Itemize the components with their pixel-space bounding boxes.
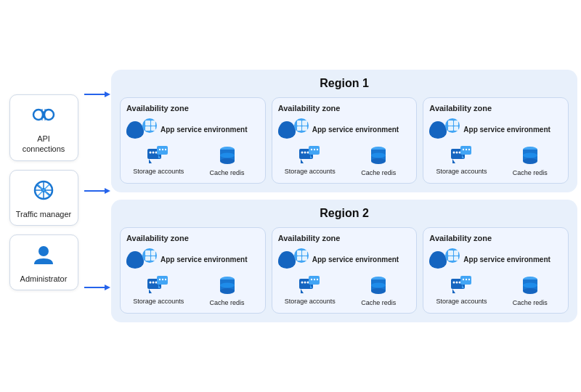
ase-label-2-1: App service environment: [161, 256, 247, 264]
sidebar-item-api-connections: API connections: [9, 94, 78, 161]
svg-point-28: [301, 152, 303, 154]
ase-label-1-3: App service environment: [463, 126, 550, 134]
zone-2-1-top: App service environment: [126, 248, 259, 271]
zone-2-3-title: Availability zone: [429, 234, 562, 242]
svg-point-53: [523, 158, 537, 164]
svg-point-33: [311, 149, 312, 150]
svg-point-68: [220, 283, 235, 288]
api-connections-label: API connections: [16, 134, 72, 155]
zone-1-1-top: App service environment: [126, 118, 259, 142]
svg-point-70: [301, 282, 303, 284]
zone-2-1-title: Availability zone: [126, 234, 259, 242]
zone-1-1: Availability zone App service envi: [120, 97, 266, 184]
svg-point-35: [317, 149, 318, 150]
storage-2-2: Storage accounts: [278, 276, 342, 306]
ase-label-1-1: App service environment: [161, 126, 247, 134]
storage-icon-1-1: [147, 146, 169, 166]
svg-point-91: [468, 279, 469, 280]
svg-point-42: [452, 152, 455, 154]
diagram: API connections Traffic manager: [4, 4, 577, 388]
svg-marker-87: [452, 289, 455, 293]
ase-icon-2-3: [429, 248, 460, 271]
svg-point-90: [465, 279, 466, 280]
svg-marker-59: [149, 289, 152, 293]
zone-1-1-bottom: Storage accounts Cac: [126, 146, 259, 177]
zone-1-3-bottom: Storage accounts Cac: [429, 146, 562, 177]
zone-1-2: Availability zone App service envi: [272, 97, 418, 184]
storage-2-3: Storage accounts: [429, 276, 493, 306]
cache-label-1-3: Cache redis: [513, 169, 548, 177]
cache-label-2-1: Cache redis: [210, 299, 245, 307]
ase-label-1-2: App service environment: [312, 126, 399, 134]
cache-2-3: Cache redis: [498, 276, 562, 307]
svg-marker-73: [301, 289, 304, 293]
svg-point-89: [462, 279, 463, 280]
ase-label-2-3: App service environment: [463, 256, 550, 264]
cache-icon-1-3: [521, 146, 539, 168]
svg-point-20: [162, 149, 163, 150]
left-sidebar: API connections Traffic manager: [4, 94, 84, 290]
svg-marker-10: [105, 188, 110, 194]
svg-point-57: [153, 282, 155, 284]
cache-label-1-2: Cache redis: [361, 169, 396, 177]
svg-point-48: [465, 149, 466, 150]
svg-point-34: [314, 149, 315, 150]
cache-1-2: Cache redis: [346, 146, 410, 177]
storage-label-1-2: Storage accounts: [285, 168, 336, 176]
zone-2-2-title: Availability zone: [278, 234, 411, 242]
svg-point-49: [468, 149, 469, 150]
storage-icon-1-3: [451, 146, 473, 166]
regions-column: Region 1 Availability zone: [111, 70, 577, 322]
zone-2-1-bottom: Storage accounts Cac: [126, 276, 259, 307]
svg-point-25: [220, 158, 235, 164]
zone-2-3: Availability zone App service envi: [423, 227, 569, 314]
svg-point-40: [371, 153, 386, 158]
api-connections-icon: [31, 102, 56, 130]
arrows-column: [84, 47, 111, 338]
svg-point-82: [371, 283, 386, 288]
svg-point-26: [220, 153, 235, 158]
svg-point-84: [452, 282, 455, 284]
storage-label-2-3: Storage accounts: [436, 298, 487, 306]
cache-icon-2-1: [219, 276, 236, 298]
svg-point-81: [371, 288, 386, 294]
storage-1-1: Storage accounts: [126, 146, 190, 176]
traffic-manager-label: Traffic manager: [16, 209, 71, 219]
region-1-box: Region 1 Availability zone: [111, 70, 577, 192]
cache-icon-2-3: [521, 276, 539, 298]
zone-1-2-top: App service environment: [278, 118, 411, 142]
storage-2-1: Storage accounts: [126, 276, 190, 306]
svg-point-43: [455, 152, 458, 154]
svg-point-77: [317, 279, 318, 280]
zone-2-2: Availability zone App service envi: [272, 227, 418, 314]
storage-label-2-1: Storage accounts: [133, 298, 184, 306]
svg-marker-12: [105, 285, 110, 290]
storage-label-1-3: Storage accounts: [436, 168, 487, 176]
ase-icon-2-2: [278, 248, 309, 271]
svg-point-75: [311, 279, 312, 280]
storage-1-2: Storage accounts: [278, 146, 342, 176]
zone-2-3-top: App service environment: [429, 248, 562, 271]
zone-2-3-bottom: Storage accounts Cac: [429, 276, 562, 307]
zone-1-3: Availability zone App service envi: [423, 97, 569, 184]
traffic-manager-icon: [31, 178, 56, 205]
svg-point-14: [150, 152, 152, 154]
arrow-traffic-to-region1: [84, 185, 110, 200]
svg-point-85: [455, 282, 458, 284]
svg-point-96: [523, 283, 537, 288]
cache-label-1-1: Cache redis: [210, 169, 245, 177]
zone-1-2-bottom: Storage accounts Cac: [278, 146, 411, 177]
svg-point-76: [314, 279, 315, 280]
cache-icon-1-1: [219, 146, 236, 168]
svg-point-63: [165, 279, 166, 280]
cache-2-1: Cache redis: [195, 276, 259, 307]
zone-1-2-title: Availability zone: [278, 104, 411, 113]
storage-icon-2-2: [299, 276, 321, 296]
svg-point-61: [159, 279, 161, 280]
administrator-icon: [31, 242, 56, 270]
region-1-zones: Availability zone App service envi: [120, 97, 569, 184]
zone-2-2-top: App service environment: [278, 248, 411, 271]
svg-marker-17: [149, 159, 152, 163]
cache-label-2-2: Cache redis: [361, 299, 396, 307]
svg-point-54: [523, 153, 537, 158]
